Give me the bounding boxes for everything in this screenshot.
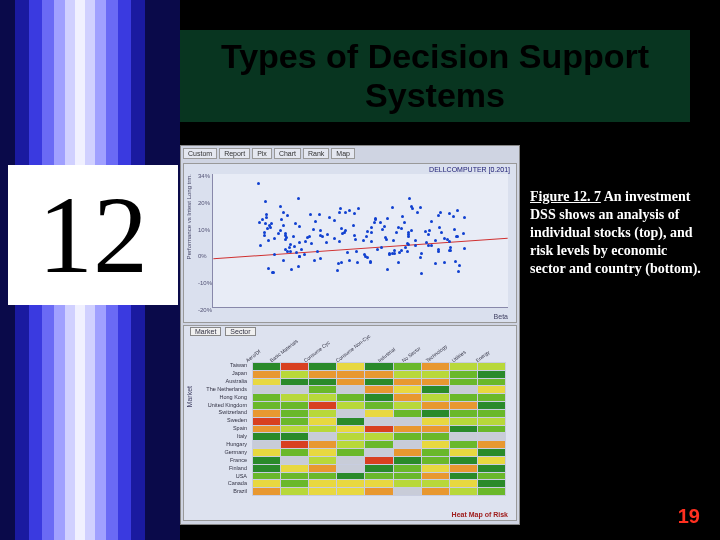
scatter-point [414,244,417,247]
scatter-point [340,227,343,230]
scatter-point [333,219,336,222]
heatmap-cell [422,418,449,425]
heatmap-cell [337,449,364,456]
scatter-point [338,211,341,214]
scatter-point [264,222,267,225]
scatter-ytick: 0% [198,253,207,259]
heatmap-cell [281,371,308,378]
heatmap-cell [309,480,336,487]
scatter-point [397,261,400,264]
toolbar-button[interactable]: Map [331,148,355,159]
heatmap-country-label: United Kingdom [190,401,250,409]
scatter-point [336,269,339,272]
heatmap-cell [478,457,505,464]
heatmap-country-label: Switzerland [190,409,250,417]
scatter-point [386,217,389,220]
heatmap-cell [394,394,421,401]
scatter-point [424,230,427,233]
heatmap-cell [365,363,392,370]
scatter-point [318,213,321,216]
heatmap-cell [450,394,477,401]
heatmap-cell [365,441,392,448]
heatmap-cell [450,488,477,495]
heatmap-cell [478,379,505,386]
scatter-point [273,253,276,256]
heatmap-cell [253,386,280,393]
scatter-point [258,221,261,224]
toolbar-button[interactable]: Pix [252,148,272,159]
scatter-point [353,212,356,215]
heatmap-cell [337,426,364,433]
scatter-point [420,272,423,275]
heatmap-cell [478,480,505,487]
heatmap-cell [253,480,280,487]
heatmap-cell [478,371,505,378]
heatmap-cell [337,402,364,409]
heatmap-cell [281,480,308,487]
scatter-point [434,239,437,242]
heatmap-cell [253,426,280,433]
scatter-point [448,212,451,215]
heatmap-cell [309,379,336,386]
toolbar-button[interactable]: Report [219,148,250,159]
heatmap-cell [365,410,392,417]
heatmap-cell [422,441,449,448]
toolbar-button[interactable]: Custom [183,148,217,159]
toolbar-button[interactable]: Rank [303,148,329,159]
heatmap-cell [394,457,421,464]
heatmap-cell [422,449,449,456]
scatter-point [379,221,382,224]
heatmap-cell [422,363,449,370]
scatter-ytick: -10% [198,280,212,286]
scatter-point [357,207,360,210]
scatter-point [339,207,342,210]
scatter-point [416,211,419,214]
scatter-point [263,234,266,237]
scatter-point [462,232,465,235]
heatmap-cell [394,379,421,386]
scatter-point [348,259,351,262]
scatter-point [297,197,300,200]
heatmap-cell [450,363,477,370]
title-block: Types of Decision Support Systems [180,30,690,122]
heatmap-cell [422,488,449,495]
scatter-point [313,259,316,262]
heatmap-country-label: Germany [190,449,250,457]
heatmap-cell [450,410,477,417]
heatmap-cell [281,426,308,433]
scatter-point [308,235,311,238]
heatmap-cell [478,386,505,393]
scatter-point [282,259,285,262]
scatter-point [309,213,312,216]
scatter-point [439,211,442,214]
heatmap-grid [252,362,506,496]
heatmap-cell [281,394,308,401]
heatmap-cell [365,449,392,456]
scatter-point [393,249,396,252]
scatter-point [277,232,280,235]
scatter-point [410,229,413,232]
heatmap-country-label: Australia [190,378,250,386]
scatter-point [380,246,383,249]
heatmap-cell [281,488,308,495]
heatmap-cell [253,410,280,417]
toolbar-button[interactable]: Chart [274,148,301,159]
scatter-point [265,213,268,216]
scatter-point [400,227,403,230]
heatmap-cell [253,457,280,464]
scatter-point [452,215,455,218]
heatmap-cell [394,410,421,417]
scatter-point [363,253,366,256]
scatter-point [279,205,282,208]
scatter-point [419,206,422,209]
scatter-point [374,218,377,221]
heatmap-cell [478,410,505,417]
heatmap-country-label: Hungary [190,441,250,449]
scatter-point [407,233,410,236]
scatter-point [280,218,283,221]
heatmap-country-label: Japan [190,370,250,378]
scatter-point [297,265,300,268]
heatmap-cell [309,473,336,480]
heatmap-cell [309,386,336,393]
scatter-point [463,216,466,219]
